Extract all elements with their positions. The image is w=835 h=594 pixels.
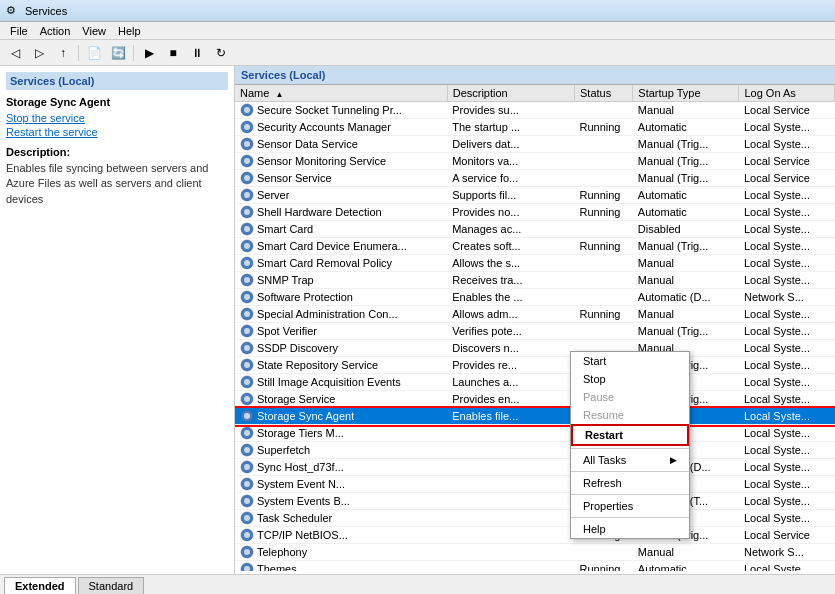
menu-item-file[interactable]: File [4, 24, 34, 38]
service-action-links: Stop the service Restart the service [6, 112, 228, 138]
table-row[interactable]: Sensor Monitoring ServiceMonitors va...M… [235, 153, 835, 170]
service-logon: Local Syste... [739, 357, 835, 374]
service-name-cell: Telephony [235, 544, 430, 560]
service-name: System Events B... [257, 495, 350, 507]
service-desc: Provides en... [447, 391, 574, 408]
table-row[interactable]: ThemesRunningAutomaticLocal Syste... [235, 561, 835, 572]
col-name[interactable]: Name ▲ [235, 85, 447, 102]
service-name: Sensor Monitoring Service [257, 155, 386, 167]
table-row[interactable]: System Event N...RunningAutomaticLocal S… [235, 476, 835, 493]
service-logon: Local Syste... [739, 442, 835, 459]
context-menu-start[interactable]: Start [571, 352, 689, 370]
table-row[interactable]: TelephonyManualNetwork S... [235, 544, 835, 561]
toolbar-restart-btn[interactable]: ↻ [210, 43, 232, 63]
table-row[interactable]: Special Administration Con...Allows adm.… [235, 306, 835, 323]
service-desc: Monitors va... [447, 153, 574, 170]
toolbar-pause-btn[interactable]: ⏸ [186, 43, 208, 63]
service-icon [240, 545, 254, 559]
service-logon: Local Syste... [739, 323, 835, 340]
toolbar-up-btn[interactable]: ↑ [52, 43, 74, 63]
table-row[interactable]: Storage Sync AgentEnables file...Running… [235, 408, 835, 425]
table-row[interactable]: Smart CardManages ac...DisabledLocal Sys… [235, 221, 835, 238]
restart-service-link[interactable]: Restart the service [6, 126, 228, 138]
context-menu-restart[interactable]: Restart [571, 424, 689, 446]
table-row[interactable]: Spot VerifierVerifies pote...Manual (Tri… [235, 323, 835, 340]
table-row[interactable]: State Repository ServiceProvides re...Ru… [235, 357, 835, 374]
table-row[interactable]: TCP/IP NetBIOS...RunningManual (Trig...L… [235, 527, 835, 544]
col-logon[interactable]: Log On As [739, 85, 835, 102]
context-menu-stop[interactable]: Stop [571, 370, 689, 388]
table-row[interactable]: SSDP DiscoveryDiscovers n...ManualLocal … [235, 340, 835, 357]
menu-item-action[interactable]: Action [34, 24, 77, 38]
menu-item-help[interactable]: Help [112, 24, 147, 38]
context-menu-help[interactable]: Help [571, 520, 689, 538]
toolbar-stop-btn[interactable]: ■ [162, 43, 184, 63]
service-name-cell: Still Image Acquisition Events [235, 374, 430, 390]
stop-service-link[interactable]: Stop the service [6, 112, 228, 124]
context-menu-separator [571, 494, 689, 495]
service-name-cell: Software Protection [235, 289, 430, 305]
col-desc[interactable]: Description [447, 85, 574, 102]
service-icon [240, 137, 254, 151]
svg-point-17 [244, 243, 250, 249]
toolbar-play-btn[interactable]: ▶ [138, 43, 160, 63]
table-row[interactable]: ServerSupports fil...RunningAutomaticLoc… [235, 187, 835, 204]
service-startup: Manual [633, 306, 739, 323]
context-menu-refresh[interactable]: Refresh [571, 474, 689, 492]
toolbar-forward-btn[interactable]: ▷ [28, 43, 50, 63]
service-name: State Repository Service [257, 359, 378, 371]
menu-item-view[interactable]: View [76, 24, 112, 38]
service-name: Software Protection [257, 291, 353, 303]
table-row[interactable]: Storage ServiceProvides en...RunningManu… [235, 391, 835, 408]
service-logon: Local Syste... [739, 459, 835, 476]
service-desc: Enables file... [447, 408, 574, 425]
svg-point-49 [244, 515, 250, 521]
service-logon: Local Syste... [739, 476, 835, 493]
service-desc: Creates soft... [447, 238, 574, 255]
table-row[interactable]: SuperfetchManualLocal Syste... [235, 442, 835, 459]
service-name-cell: Sensor Service [235, 170, 430, 186]
context-menu-all-tasks[interactable]: All Tasks▶ [571, 451, 689, 469]
service-status: Running [575, 238, 633, 255]
table-row[interactable]: Still Image Acquisition EventsLaunches a… [235, 374, 835, 391]
service-icon [240, 154, 254, 168]
services-scroll-area[interactable]: Name ▲ Description Status Startup Type L… [235, 85, 835, 571]
table-row[interactable]: Software ProtectionEnables the ...Automa… [235, 289, 835, 306]
table-row[interactable]: SNMP TrapReceives tra...ManualLocal Syst… [235, 272, 835, 289]
services-panel-header: Services (Local) [235, 66, 835, 85]
table-row[interactable]: Smart Card Removal PolicyAllows the s...… [235, 255, 835, 272]
svg-point-51 [244, 532, 250, 538]
table-row[interactable]: Smart Card Device Enumera...Creates soft… [235, 238, 835, 255]
table-row[interactable]: Storage Tiers M...ManualLocal Syste... [235, 425, 835, 442]
title-bar-text: Services [25, 5, 67, 17]
table-row[interactable]: Security Accounts ManagerThe startup ...… [235, 119, 835, 136]
service-icon [240, 528, 254, 542]
table-row[interactable]: Sensor ServiceA service fo...Manual (Tri… [235, 170, 835, 187]
service-logon: Local Syste... [739, 119, 835, 136]
svg-point-5 [244, 141, 250, 147]
tab-standard[interactable]: Standard [78, 577, 145, 594]
service-name: Storage Tiers M... [257, 427, 344, 439]
table-row[interactable]: Task SchedulerRunningAutomaticLocal Syst… [235, 510, 835, 527]
col-startup[interactable]: Startup Type [633, 85, 739, 102]
service-icon [240, 103, 254, 117]
service-logon: Local Service [739, 102, 835, 119]
table-row[interactable]: System Events B...RunningAutomatic (T...… [235, 493, 835, 510]
service-icon [240, 392, 254, 406]
context-menu-properties[interactable]: Properties [571, 497, 689, 515]
service-desc [447, 561, 574, 572]
service-logon: Local Syste... [739, 510, 835, 527]
service-status [575, 544, 633, 561]
tab-extended[interactable]: Extended [4, 577, 76, 594]
toolbar-refresh-btn[interactable]: 🔄 [107, 43, 129, 63]
svg-point-23 [244, 294, 250, 300]
toolbar-sep-2 [133, 45, 134, 61]
toolbar-back-btn[interactable]: ◁ [4, 43, 26, 63]
table-row[interactable]: Sensor Data ServiceDelivers dat...Manual… [235, 136, 835, 153]
toolbar-properties-btn[interactable]: 📄 [83, 43, 105, 63]
table-row[interactable]: Sync Host_d73f...RunningAutomatic (D...L… [235, 459, 835, 476]
table-row[interactable]: Secure Socket Tunneling Pr...Provides su… [235, 102, 835, 119]
service-icon [240, 120, 254, 134]
col-status[interactable]: Status [575, 85, 633, 102]
table-row[interactable]: Shell Hardware DetectionProvides no...Ru… [235, 204, 835, 221]
